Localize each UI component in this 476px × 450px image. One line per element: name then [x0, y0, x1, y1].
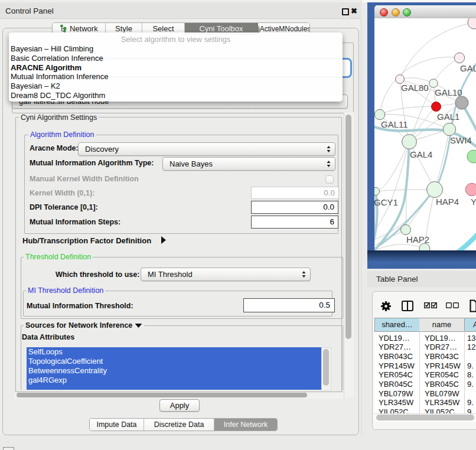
svg-text:GCY1: GCY1 [374, 197, 398, 207]
svg-text:GAL11: GAL11 [381, 119, 408, 129]
svg-text:SWI4: SWI4 [450, 135, 472, 145]
svg-text:GAL1: GAL1 [437, 112, 459, 122]
svg-text:GAL4: GAL4 [410, 149, 432, 159]
svg-text:HAP2: HAP2 [406, 234, 429, 244]
svg-text:HAP4: HAP4 [436, 197, 459, 207]
svg-text:GAL7: GAL7 [460, 63, 476, 73]
svg-text:Y: Y [471, 197, 476, 207]
svg-text:GAL80: GAL80 [401, 83, 429, 93]
svg-text:GAL10: GAL10 [435, 87, 462, 97]
